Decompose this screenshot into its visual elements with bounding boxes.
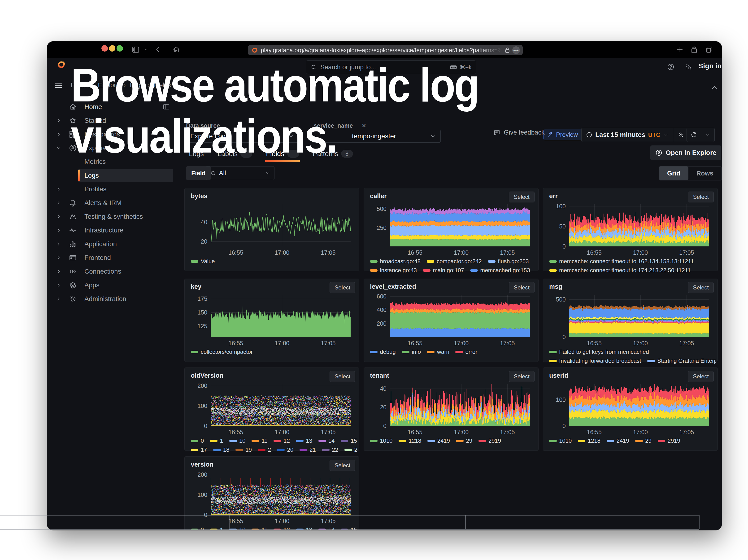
legend-item[interactable]: 29 [635, 438, 652, 444]
tab-patterns[interactable]: Patterns8 [313, 150, 353, 162]
chevron-right-icon[interactable] [55, 186, 62, 192]
legend-item[interactable]: memcache: connect timeout to 162.134.158… [549, 258, 694, 265]
legend-item[interactable]: instance.go:43 [370, 267, 417, 274]
url-bar[interactable]: play.grafana.org/a/grafana-lokiexplore-a… [248, 45, 523, 55]
menu-icon[interactable] [54, 81, 63, 90]
legend-item[interactable]: memcached.go:153 [470, 267, 530, 274]
legend-item[interactable]: 11 [252, 438, 267, 444]
sidebar-item-administration[interactable]: Administration [47, 292, 176, 306]
chevron-right-icon[interactable] [55, 213, 62, 220]
legend-item[interactable]: Failed to get keys from memcached [549, 349, 649, 355]
close-window-button[interactable] [101, 45, 108, 51]
chart-canvas[interactable] [569, 295, 709, 337]
service-name-select[interactable]: tempo-ingester [313, 130, 441, 143]
chart-canvas[interactable] [211, 295, 351, 337]
select-button[interactable]: Select [509, 371, 535, 382]
legend-item[interactable]: 2 [258, 446, 271, 453]
legend-item[interactable]: 1010 [549, 438, 571, 444]
home-nav-icon[interactable] [172, 46, 180, 54]
select-button[interactable]: Select [330, 371, 355, 382]
legend-item[interactable]: 1010 [370, 438, 393, 444]
legend-item[interactable]: 2919 [478, 438, 501, 444]
sidebar-item-alerts-irm[interactable]: Alerts & IRM [47, 196, 176, 210]
legend-item[interactable]: 21 [300, 446, 316, 453]
select-button[interactable]: Select [509, 191, 535, 203]
dock-icon[interactable] [162, 103, 170, 111]
zoom-out-button[interactable] [673, 128, 688, 142]
field-search-select[interactable]: All [206, 166, 275, 180]
more-options-icon[interactable]: ••• [512, 46, 520, 54]
legend-item[interactable]: collectors/compactor [191, 349, 253, 355]
legend-item[interactable]: 0 [191, 438, 204, 444]
chevron-right-icon[interactable] [55, 282, 62, 288]
share-icon[interactable] [690, 46, 698, 54]
chart-canvas[interactable] [569, 204, 709, 247]
open-in-explore-button[interactable]: Open in Explore [650, 145, 721, 160]
legend-item[interactable]: broadcast.go:48 [370, 258, 421, 265]
chart-canvas[interactable] [390, 204, 530, 247]
legend-item[interactable]: 2919 [658, 438, 680, 444]
sidebar-item-connections[interactable]: Connections [47, 265, 176, 278]
legend-item[interactable]: debug [370, 349, 396, 355]
chevron-right-icon[interactable] [55, 269, 62, 275]
legend-item[interactable]: warn [427, 349, 449, 355]
sidebar-item-home[interactable]: Home [47, 100, 176, 114]
sidebar-item-starred[interactable]: Starred [47, 114, 176, 127]
legend-item[interactable]: 1218 [578, 438, 600, 444]
chevron-right-icon[interactable] [55, 255, 62, 261]
give-feedback-link[interactable]: Give feedback [493, 129, 545, 136]
select-button[interactable]: Select [330, 282, 355, 293]
sidebar-item-apps[interactable]: Apps [47, 278, 176, 292]
legend-item[interactable]: main.go:107 [423, 267, 464, 274]
time-picker[interactable]: Last 15 minutes UTC [581, 128, 689, 142]
grafana-logo[interactable] [56, 60, 66, 70]
legend-item[interactable]: 2419 [427, 438, 450, 444]
back-icon[interactable] [154, 46, 162, 54]
legend-item[interactable]: 23 [345, 446, 357, 453]
help-icon[interactable] [667, 63, 675, 71]
sidebar-item-profiles[interactable]: Profiles [47, 182, 176, 196]
tab-labels[interactable]: Labels [217, 150, 252, 162]
breadcrumb-fields[interactable]: Fields [154, 81, 171, 89]
legend-item[interactable]: 12 [274, 438, 290, 444]
select-button[interactable]: Select [330, 460, 355, 471]
legend-item[interactable]: flush.go:253 [488, 258, 529, 265]
collapse-chevron-icon[interactable] [710, 84, 719, 92]
legend-item[interactable]: 22 [322, 446, 338, 453]
preview-badge[interactable]: Preview [543, 129, 582, 140]
chevron-right-icon[interactable] [55, 131, 62, 137]
data-source-select[interactable]: Explore Logs [185, 130, 299, 143]
minimize-window-button[interactable] [109, 45, 115, 51]
chevron-right-icon[interactable] [55, 241, 62, 247]
legend-item[interactable]: 1 [210, 438, 223, 444]
maximize-window-button[interactable] [117, 45, 123, 51]
sidebar-item-application[interactable]: Application [47, 237, 176, 251]
select-button[interactable]: Select [509, 282, 535, 293]
chevron-right-icon[interactable] [55, 296, 62, 302]
sidebar-item-testing-synthetics[interactable]: Testing & synthetics [47, 210, 176, 224]
legend-item[interactable]: 14 [319, 438, 335, 444]
tab-fields[interactable]: Fields [266, 150, 299, 162]
select-button[interactable]: Select [688, 371, 714, 382]
breadcrumb-home[interactable]: Home [71, 81, 88, 89]
sidebar-item-logs[interactable]: Logs [47, 169, 176, 182]
legend-item[interactable]: 17 [191, 446, 207, 453]
sidebar-item-dashboards[interactable]: Dashboards [47, 127, 176, 141]
sidebar-toggle-icon[interactable] [132, 46, 140, 54]
legend-item[interactable]: Invalidating forwarded broadcast [549, 357, 641, 364]
legend-item[interactable]: 18 [213, 446, 230, 453]
toggle-rows[interactable]: Rows [688, 166, 722, 180]
chart-canvas[interactable] [390, 384, 530, 426]
sidebar-item-frontend[interactable]: Frontend [47, 251, 176, 265]
breadcrumb-logs[interactable]: Logs [130, 81, 144, 89]
chevron-right-icon[interactable] [55, 200, 62, 206]
search-input[interactable]: Search or jump to... ⌘+k [306, 60, 476, 74]
legend-item[interactable]: Starting Grafana Enterpri [647, 357, 716, 364]
legend-item[interactable]: 29 [456, 438, 472, 444]
legend-item[interactable]: 2419 [607, 438, 629, 444]
legend-item[interactable]: Value [191, 258, 215, 265]
new-tab-icon[interactable] [676, 46, 684, 54]
legend-item[interactable]: 1218 [399, 438, 421, 444]
legend-item[interactable]: 15 [341, 438, 357, 444]
tab-logs[interactable]: Logs [189, 150, 204, 162]
